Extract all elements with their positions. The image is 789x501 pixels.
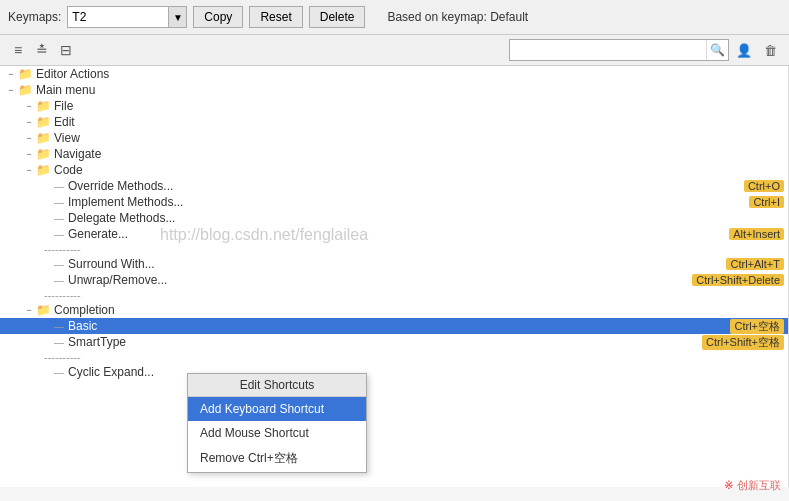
separator-sep1: ---------- xyxy=(0,242,788,256)
tree-item-navigate[interactable]: −📁Navigate xyxy=(0,146,788,162)
folder-icon-navigate: 📁 xyxy=(36,147,51,161)
folder-icon-file: 📁 xyxy=(36,99,51,113)
expand-icon-navigate[interactable]: − xyxy=(22,147,36,161)
secondary-toolbar: ≡ ≛ ⊟ 🔍 👤 🗑 xyxy=(0,35,789,66)
item-label-code: Code xyxy=(54,163,83,177)
search-input[interactable] xyxy=(510,41,706,59)
shortcut-badge-override: Ctrl+O xyxy=(744,180,784,192)
tree-panel: http://blog.csdn.net/fenglailea −📁Editor… xyxy=(0,66,789,487)
tree-item-edit[interactable]: −📁Edit xyxy=(0,114,788,130)
settings-icon[interactable]: 🗑 xyxy=(759,39,781,61)
expand-icon-basic[interactable] xyxy=(40,319,54,333)
folder-icon-main-menu: 📁 xyxy=(18,83,33,97)
context-menu-header: Edit Shortcuts xyxy=(188,374,366,397)
tree-item-surround[interactable]: —Surround With...Ctrl+Alt+T xyxy=(0,256,788,272)
shortcut-badge-surround: Ctrl+Alt+T xyxy=(726,258,784,270)
keymap-input[interactable] xyxy=(68,8,168,26)
item-label-implement: Implement Methods... xyxy=(68,195,183,209)
tree-item-smarttype[interactable]: —SmartTypeCtrl+Shift+空格 xyxy=(0,334,788,350)
item-label-generate: Generate... xyxy=(68,227,128,241)
filter-icon[interactable]: ⊟ xyxy=(56,40,76,60)
keymap-dropdown-arrow[interactable]: ▼ xyxy=(168,7,186,27)
item-label-basic: Basic xyxy=(68,319,97,333)
tree-item-basic[interactable]: —BasicCtrl+空格 xyxy=(0,318,788,334)
tree-connector-delegate: — xyxy=(54,213,64,224)
tree-item-code[interactable]: −📁Code xyxy=(0,162,788,178)
item-label-edit: Edit xyxy=(54,115,75,129)
shortcut-badge-generate: Alt+Insert xyxy=(729,228,784,240)
item-label-file: File xyxy=(54,99,73,113)
folder-icon-edit: 📁 xyxy=(36,115,51,129)
tree-item-main-menu[interactable]: −📁Main menu xyxy=(0,82,788,98)
tree-item-view[interactable]: −📁View xyxy=(0,130,788,146)
expand-icon-smarttype[interactable] xyxy=(40,335,54,349)
expand-all-icon[interactable]: ≡ xyxy=(8,40,28,60)
tree-item-file[interactable]: −📁File xyxy=(0,98,788,114)
context-menu-item-remove-ctrl[interactable]: Remove Ctrl+空格 xyxy=(188,445,366,472)
tree-connector-override: — xyxy=(54,181,64,192)
item-label-editor-actions: Editor Actions xyxy=(36,67,109,81)
context-menu: Edit Shortcuts Add Keyboard Shortcut Add… xyxy=(187,373,367,473)
expand-icon-completion[interactable]: − xyxy=(22,303,36,317)
tree-item-delegate[interactable]: —Delegate Methods... xyxy=(0,210,788,226)
expand-icon-editor-actions[interactable]: − xyxy=(4,67,18,81)
copy-button[interactable]: Copy xyxy=(193,6,243,28)
shortcut-badge-basic: Ctrl+空格 xyxy=(730,319,784,334)
item-label-delegate: Delegate Methods... xyxy=(68,211,175,225)
item-label-override: Override Methods... xyxy=(68,179,173,193)
item-label-completion: Completion xyxy=(54,303,115,317)
shortcut-badge-unwrap: Ctrl+Shift+Delete xyxy=(692,274,784,286)
based-on-text: Based on keymap: Default xyxy=(387,10,528,24)
item-label-navigate: Navigate xyxy=(54,147,101,161)
separator-sep3: ---------- xyxy=(0,350,788,364)
expand-icon-delegate[interactable] xyxy=(40,211,54,225)
tree-item-override[interactable]: —Override Methods...Ctrl+O xyxy=(0,178,788,194)
expand-icon-main-menu[interactable]: − xyxy=(4,83,18,97)
tree-connector-implement: — xyxy=(54,197,64,208)
expand-icon-file[interactable]: − xyxy=(22,99,36,113)
tree-connector-smarttype: — xyxy=(54,337,64,348)
separator-sep2: ---------- xyxy=(0,288,788,302)
expand-icon-code[interactable]: − xyxy=(22,163,36,177)
reset-button[interactable]: Reset xyxy=(249,6,302,28)
folder-icon-editor-actions: 📁 xyxy=(18,67,33,81)
user-icon[interactable]: 👤 xyxy=(733,39,755,61)
tree-container: −📁Editor Actions−📁Main menu−📁File−📁Edit−… xyxy=(0,66,788,380)
tree-connector-cyclic: — xyxy=(54,367,64,378)
collapse-all-icon[interactable]: ≛ xyxy=(32,40,52,60)
expand-icon-unwrap[interactable] xyxy=(40,273,54,287)
item-label-smarttype: SmartType xyxy=(68,335,126,349)
search-icon[interactable]: 🔍 xyxy=(706,40,728,60)
expand-icon-implement[interactable] xyxy=(40,195,54,209)
expand-icon-edit[interactable]: − xyxy=(22,115,36,129)
item-label-surround: Surround With... xyxy=(68,257,155,271)
expand-icon-surround[interactable] xyxy=(40,257,54,271)
tree-connector-surround: — xyxy=(54,259,64,270)
context-menu-item-add-mouse[interactable]: Add Mouse Shortcut xyxy=(188,421,366,445)
keymap-selector[interactable]: ▼ xyxy=(67,6,187,28)
tree-item-implement[interactable]: —Implement Methods...Ctrl+I xyxy=(0,194,788,210)
folder-icon-code: 📁 xyxy=(36,163,51,177)
item-label-unwrap: Unwrap/Remove... xyxy=(68,273,167,287)
tree-item-unwrap[interactable]: —Unwrap/Remove...Ctrl+Shift+Delete xyxy=(0,272,788,288)
tree-item-editor-actions[interactable]: −📁Editor Actions xyxy=(0,66,788,82)
expand-icon-generate[interactable] xyxy=(40,227,54,241)
tree-connector-unwrap: — xyxy=(54,275,64,286)
tree-connector-generate: — xyxy=(54,229,64,240)
context-menu-item-add-keyboard[interactable]: Add Keyboard Shortcut xyxy=(188,397,366,421)
tree-item-generate[interactable]: —Generate...Alt+Insert xyxy=(0,226,788,242)
bottom-brand: ※ 创新互联 xyxy=(724,478,781,493)
tree-item-completion[interactable]: −📁Completion xyxy=(0,302,788,318)
expand-icon-cyclic[interactable] xyxy=(40,365,54,379)
item-label-view: View xyxy=(54,131,80,145)
delete-button[interactable]: Delete xyxy=(309,6,366,28)
expand-icon-view[interactable]: − xyxy=(22,131,36,145)
tree-connector-basic: — xyxy=(54,321,64,332)
expand-icon-override[interactable] xyxy=(40,179,54,193)
search-box-container: 🔍 xyxy=(509,39,729,61)
item-label-main-menu: Main menu xyxy=(36,83,95,97)
item-label-cyclic: Cyclic Expand... xyxy=(68,365,154,379)
tree-item-cyclic[interactable]: —Cyclic Expand... xyxy=(0,364,788,380)
brand-text: 创新互联 xyxy=(737,478,781,493)
main-content: http://blog.csdn.net/fenglailea −📁Editor… xyxy=(0,66,789,487)
